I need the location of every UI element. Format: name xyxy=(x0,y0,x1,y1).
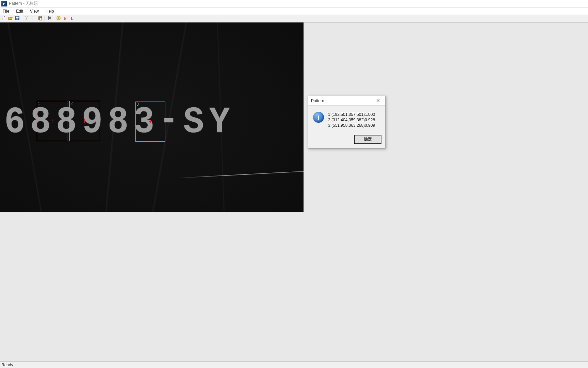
dialog-line: 2:(312.404,359.382)0.928 xyxy=(328,117,375,123)
toolbar-print[interactable] xyxy=(46,16,52,22)
toolbar-new[interactable] xyxy=(1,16,7,22)
svg-rect-2 xyxy=(16,17,19,18)
crosshair-icon xyxy=(149,120,152,123)
image-view[interactable]: 6 8 8 9 8 3 - S Y 123 xyxy=(0,22,304,212)
dialog-title: Pattern xyxy=(311,98,324,103)
dialog-close-button[interactable] xyxy=(374,97,382,104)
dialog-button-row: 确定 xyxy=(308,133,385,148)
help-icon: ? xyxy=(56,16,61,21)
dialog-message: 1:(192.501,357.501)1.000 2:(312.404,359.… xyxy=(328,112,375,128)
menu-view[interactable]: View xyxy=(27,8,42,14)
window-title: Pattern - 无标题 xyxy=(9,1,38,6)
l-icon: L xyxy=(71,16,74,21)
image-char: S xyxy=(183,104,204,141)
menu-file[interactable]: File xyxy=(1,8,13,14)
toolbar-separator xyxy=(22,16,22,21)
new-file-icon xyxy=(1,16,6,21)
menu-edit[interactable]: Edit xyxy=(13,8,27,14)
app-icon: P xyxy=(1,1,7,6)
detection-label: 3 xyxy=(136,102,139,107)
crosshair-icon xyxy=(50,119,54,123)
detection-box[interactable]: 1 xyxy=(37,101,67,141)
toolbar-open[interactable] xyxy=(7,16,14,22)
dialog-line: 3:(551.958,363.268)0.909 xyxy=(328,123,375,128)
toolbar-separator xyxy=(45,16,45,21)
crosshair-icon xyxy=(83,119,86,123)
status-text: Ready xyxy=(1,363,13,367)
dialog-body: i 1:(192.501,357.501)1.000 2:(312.404,35… xyxy=(308,106,385,133)
save-icon xyxy=(15,16,20,21)
print-icon xyxy=(47,16,52,21)
titlebar: P Pattern - 无标题 xyxy=(0,0,588,7)
p-icon: P xyxy=(64,16,66,21)
svg-rect-10 xyxy=(39,17,42,20)
client-area: 6 8 8 9 8 3 - S Y 123 Pattern i xyxy=(0,22,588,361)
toolbar-copy[interactable] xyxy=(30,16,36,22)
svg-rect-13 xyxy=(48,19,50,20)
detection-box[interactable]: 3 xyxy=(135,102,165,142)
app-window: P Pattern - 无标题 File Edit View Help xyxy=(0,0,588,368)
toolbar-cut[interactable] xyxy=(23,16,30,22)
detection-box[interactable]: 2 xyxy=(69,101,100,141)
image-char: 8 xyxy=(108,104,129,141)
svg-rect-9 xyxy=(39,16,41,17)
image-char: 6 xyxy=(4,104,25,141)
info-icon: i xyxy=(313,112,324,123)
paste-icon xyxy=(38,16,43,21)
svg-rect-7 xyxy=(33,17,35,20)
close-icon xyxy=(376,98,380,103)
svg-rect-3 xyxy=(16,18,18,20)
dialog-ok-button[interactable]: 确定 xyxy=(355,135,381,143)
menu-help[interactable]: Help xyxy=(42,8,58,14)
toolbar-separator xyxy=(54,16,54,21)
menubar: File Edit View Help xyxy=(0,7,588,15)
toolbar-p[interactable]: P xyxy=(62,16,68,22)
svg-text:?: ? xyxy=(58,17,59,20)
detection-label: 1 xyxy=(38,101,40,106)
dialog-titlebar[interactable]: Pattern xyxy=(308,96,385,106)
toolbar-l[interactable]: L xyxy=(69,16,75,22)
dialog-line: 1:(192.501,357.501)1.000 xyxy=(328,112,375,117)
detection-label: 2 xyxy=(70,101,73,106)
toolbar-about[interactable]: ? xyxy=(55,16,62,22)
toolbar-save[interactable] xyxy=(14,16,20,22)
svg-point-4 xyxy=(25,19,27,20)
image-char: Y xyxy=(209,104,230,141)
cut-icon xyxy=(24,16,29,21)
copy-icon xyxy=(31,16,36,21)
pattern-dialog: Pattern i 1:(192.501,357.501)1.000 2:(31… xyxy=(308,96,386,149)
toolbar-paste[interactable] xyxy=(37,16,43,22)
svg-point-5 xyxy=(27,19,28,20)
statusbar: Ready xyxy=(0,361,588,368)
toolbar: ? P L xyxy=(0,15,588,22)
folder-open-icon xyxy=(8,16,13,21)
svg-rect-12 xyxy=(48,16,50,18)
